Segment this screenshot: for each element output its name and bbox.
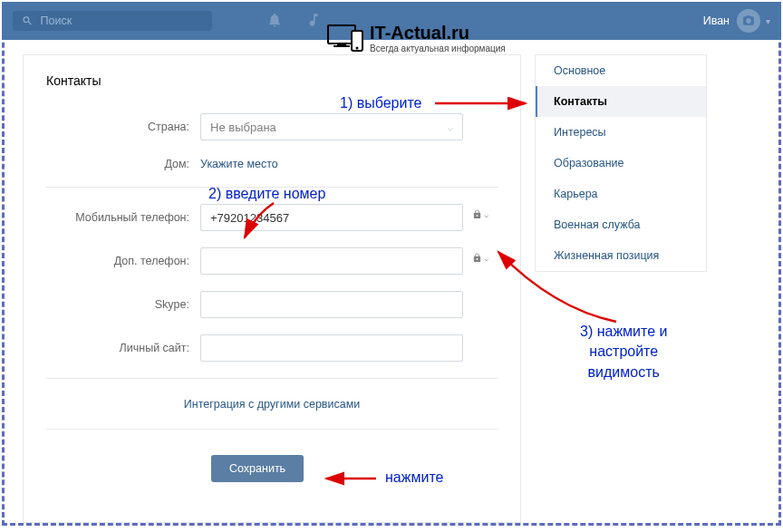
home-link[interactable]: Укажите место: [200, 158, 278, 170]
annotation-3: 3) нажмите и настройте видимость: [580, 322, 667, 382]
watermark-subtitle: Всегда актуальная информация: [370, 44, 506, 53]
country-label: Страна:: [46, 121, 200, 133]
skype-input[interactable]: [200, 291, 463, 318]
lock-icon: [472, 253, 482, 263]
privacy-toggle-mobile[interactable]: ⌵: [472, 209, 488, 219]
integration-link[interactable]: Интеграция с другими сервисами: [184, 398, 361, 411]
home-label: Дом:: [46, 158, 200, 170]
arrow-3: [489, 245, 625, 326]
svg-point-4: [356, 47, 359, 50]
search-icon: [22, 15, 34, 27]
annotation-4: нажмите: [385, 469, 443, 486]
notifications-icon[interactable]: [266, 12, 283, 31]
skype-label: Skype:: [46, 298, 200, 311]
username-label: Иван: [703, 15, 730, 27]
country-placeholder: Не выбрана: [210, 121, 276, 134]
save-button[interactable]: Сохранить: [211, 455, 304, 482]
main-panel: Контакты Страна: Не выбрана ⌵ Дом: Укажи…: [23, 54, 521, 523]
music-icon[interactable]: [305, 12, 322, 31]
chevron-down-icon: ⌵: [484, 254, 488, 263]
svg-rect-1: [337, 44, 346, 45]
watermark-title: IT-Actual.ru: [370, 23, 506, 44]
search-input[interactable]: [41, 15, 203, 27]
mobile-label: Мобильный телефон:: [46, 211, 200, 224]
sidebar-item-military[interactable]: Военная служба: [536, 209, 706, 240]
alt-phone-input[interactable]: [200, 247, 463, 275]
privacy-toggle-alt[interactable]: ⌵: [472, 253, 488, 263]
site-label: Личный сайт:: [46, 342, 200, 354]
monitor-phone-icon: [326, 24, 364, 53]
watermark: IT-Actual.ru Всегда актуальная информаци…: [326, 23, 506, 53]
sidebar-item-contacts[interactable]: Контакты: [536, 86, 706, 117]
chevron-down-icon: ⌵: [448, 122, 453, 132]
annotation-2: 2) введите номер: [208, 186, 325, 202]
sidebar-item-career[interactable]: Карьера: [536, 179, 706, 209]
sidebar: Основное Контакты Интересы Образование К…: [535, 54, 707, 272]
arrow-4: [322, 469, 381, 488]
chevron-down-icon: ⌵: [484, 210, 488, 219]
user-menu[interactable]: Иван ▾: [703, 9, 770, 33]
arrow-1: [435, 94, 539, 112]
sidebar-item-main[interactable]: Основное: [536, 55, 706, 86]
annotation-1: 1) выберите: [340, 95, 421, 111]
arrow-2: [237, 201, 292, 247]
avatar: [737, 9, 760, 33]
sidebar-item-interests[interactable]: Интересы: [536, 117, 706, 148]
sidebar-item-education[interactable]: Образование: [536, 148, 706, 179]
search-box[interactable]: [13, 11, 212, 31]
page-title: Контакты: [46, 73, 498, 88]
site-input[interactable]: [200, 334, 463, 362]
lock-icon: [472, 209, 482, 219]
svg-rect-2: [334, 45, 350, 47]
chevron-down-icon: ▾: [766, 16, 770, 26]
country-select[interactable]: Не выбрана ⌵: [200, 113, 463, 140]
alt-phone-label: Доп. телефон:: [46, 255, 200, 267]
